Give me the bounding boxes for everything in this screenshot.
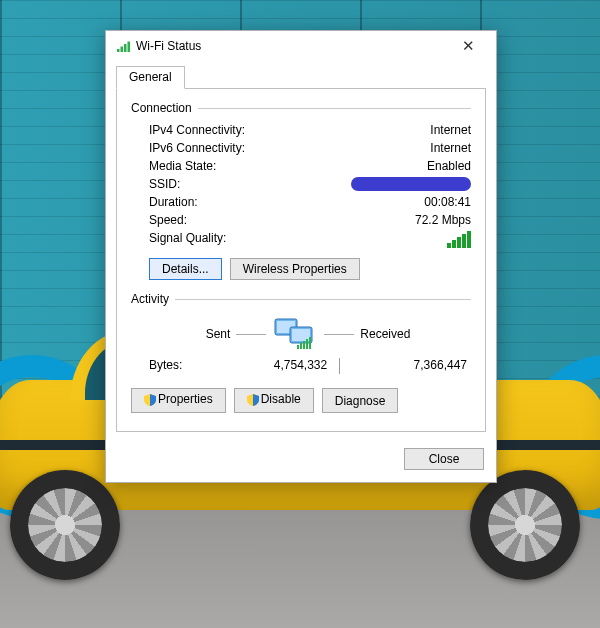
signal-quality-icon [447, 231, 471, 248]
bytes-sent-value: 4,754,332 [274, 358, 327, 372]
duration-value: 00:08:41 [424, 195, 471, 209]
svg-rect-12 [309, 337, 311, 349]
tab-general[interactable]: General [116, 66, 185, 89]
wifi-status-dialog: Wi-Fi Status ✕ General Connection IPv4 C… [105, 30, 497, 483]
details-button[interactable]: Details... [149, 258, 222, 280]
close-dialog-button[interactable]: Close [404, 448, 484, 470]
signal-quality-label: Signal Quality: [149, 231, 226, 248]
network-activity-icon [272, 316, 318, 352]
titlebar[interactable]: Wi-Fi Status ✕ [106, 31, 496, 59]
close-button[interactable]: ✕ [448, 37, 488, 55]
ssid-redacted [351, 177, 471, 191]
svg-rect-11 [306, 339, 308, 349]
speed-label: Speed: [149, 213, 187, 227]
speed-value: 72.2 Mbps [415, 213, 471, 227]
window-title: Wi-Fi Status [132, 39, 448, 53]
received-label: Received [360, 327, 410, 341]
media-state-value: Enabled [427, 159, 471, 173]
diagnose-button[interactable]: Diagnose [322, 388, 399, 413]
svg-rect-0 [117, 49, 120, 52]
group-activity-header: Activity [131, 292, 471, 306]
properties-button[interactable]: Properties [131, 388, 226, 413]
ssid-label: SSID: [149, 177, 180, 191]
sent-label: Sent [206, 327, 231, 341]
ipv6-value: Internet [430, 141, 471, 155]
row-media-state: Media State: Enabled [131, 157, 471, 175]
wifi-signal-icon [116, 39, 132, 53]
svg-rect-2 [124, 44, 127, 52]
row-duration: Duration: 00:08:41 [131, 193, 471, 211]
ipv6-label: IPv6 Connectivity: [149, 141, 245, 155]
ipv4-value: Internet [430, 123, 471, 137]
activity-row: Sent Received [131, 312, 471, 352]
ipv4-label: IPv4 Connectivity: [149, 123, 245, 137]
bytes-label: Bytes: [149, 358, 255, 374]
shield-icon [144, 394, 156, 409]
bytes-received-value: 7,366,447 [361, 358, 467, 374]
svg-rect-9 [300, 343, 302, 349]
row-ssid: SSID: [131, 175, 471, 193]
media-state-label: Media State: [149, 159, 216, 173]
row-ipv4: IPv4 Connectivity: Internet [131, 121, 471, 139]
shield-icon [247, 394, 259, 409]
dialog-footer: Close [106, 440, 496, 482]
group-connection-header: Connection [131, 101, 471, 115]
svg-rect-8 [297, 345, 299, 349]
tab-panel-general: Connection IPv4 Connectivity: Internet I… [116, 88, 486, 432]
row-signal-quality: Signal Quality: [131, 229, 471, 250]
tabstrip: General [106, 59, 496, 88]
wireless-properties-button[interactable]: Wireless Properties [230, 258, 360, 280]
row-speed: Speed: 72.2 Mbps [131, 211, 471, 229]
svg-rect-1 [121, 47, 124, 53]
disable-button[interactable]: Disable [234, 388, 314, 413]
group-activity-label: Activity [131, 292, 169, 306]
row-ipv6: IPv6 Connectivity: Internet [131, 139, 471, 157]
duration-label: Duration: [149, 195, 198, 209]
svg-rect-3 [128, 42, 131, 53]
group-connection-label: Connection [131, 101, 192, 115]
bytes-row: Bytes: 4,754,332 7,366,447 [131, 352, 471, 380]
svg-rect-10 [303, 341, 305, 349]
